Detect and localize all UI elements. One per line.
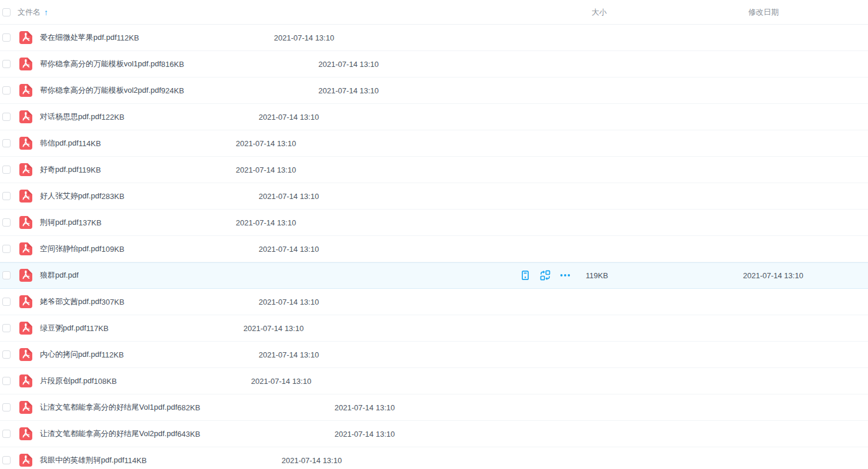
file-row[interactable]: 姥爷邵文茜pdf.pdf: [0, 289, 868, 315]
row-checkbox[interactable]: [2, 298, 11, 306]
file-name[interactable]: 狼群pdf.pdf: [40, 270, 79, 281]
pdf-file-icon: [19, 31, 32, 44]
file-name[interactable]: 好奇pdf.pdf: [40, 164, 79, 175]
file-date: 2021-07-14 13:10: [251, 377, 376, 386]
column-header-size[interactable]: 大小: [586, 7, 743, 18]
pdf-file-icon: [19, 269, 32, 282]
file-name[interactable]: 空间张静怡pdf.pdf: [40, 244, 102, 254]
file-size: 117KB: [86, 324, 244, 333]
file-name[interactable]: 荆轲pdf.pdf: [40, 217, 79, 228]
row-checkbox[interactable]: [2, 192, 11, 200]
row-checkbox[interactable]: [2, 33, 11, 42]
file-name[interactable]: 我眼中的英雄荆轲pdf.pdf: [40, 455, 124, 465]
send-to-phone-icon[interactable]: [520, 270, 531, 281]
column-header-date[interactable]: 修改日期: [743, 7, 868, 18]
row-hover-actions: [520, 270, 570, 281]
file-row[interactable]: 让渣文笔都能拿高分的好结尾Vol1pdf.pdf: [0, 394, 868, 421]
file-date: 2021-07-14 13:10: [259, 350, 384, 359]
file-date: 2021-07-14 13:10: [319, 60, 444, 69]
file-date: 2021-07-14 13:10: [335, 430, 460, 438]
file-size: 307KB: [102, 298, 259, 306]
file-size: 108KB: [94, 377, 251, 386]
pdf-file-icon: [19, 454, 32, 467]
file-name[interactable]: 片段原创pdf.pdf: [40, 376, 94, 386]
file-date: 2021-07-14 13:10: [236, 218, 361, 227]
pdf-file-icon: [19, 401, 32, 414]
file-rows: 爱在细微处苹果pdf.pdf: [0, 25, 868, 469]
file-row[interactable]: 韩信pdf.pdf: [0, 130, 868, 157]
file-size: 119KB: [586, 271, 743, 280]
sort-ascending-icon[interactable]: ↑: [44, 8, 48, 17]
file-row[interactable]: 荆轲pdf.pdf: [0, 210, 868, 236]
file-date: 2021-07-14 13:10: [259, 298, 384, 306]
row-checkbox[interactable]: [2, 60, 11, 68]
file-name[interactable]: 帮你稳拿高分的万能模板vol1pdf.pdf: [40, 59, 161, 69]
column-header-filename-wrap: 文件名 ↑: [11, 7, 586, 18]
file-size: 114KB: [124, 456, 282, 465]
file-name[interactable]: 对话杨思思pdf.pdf: [40, 112, 102, 122]
file-name[interactable]: 内心的拷问pdf.pdf: [40, 349, 102, 360]
pdf-file-icon: [19, 190, 32, 203]
file-date: 2021-07-14 13:10: [244, 324, 369, 333]
file-size: 924KB: [161, 86, 319, 95]
pdf-file-icon: [19, 427, 32, 440]
file-row[interactable]: 帮你稳拿高分的万能模板vol2pdf.pdf: [0, 77, 868, 104]
file-name[interactable]: 让渣文笔都能拿高分的好结尾Vol1pdf.pdf: [40, 402, 177, 413]
file-date: 2021-07-14 13:10: [259, 192, 384, 201]
row-checkbox[interactable]: [2, 377, 11, 385]
row-checkbox[interactable]: [2, 456, 11, 464]
pdf-file-icon: [19, 216, 32, 229]
file-row[interactable]: 爱在细微处苹果pdf.pdf: [0, 25, 868, 51]
file-date: 2021-07-14 13:10: [743, 271, 868, 280]
file-date: 2021-07-14 13:10: [236, 166, 361, 174]
row-checkbox[interactable]: [2, 166, 11, 174]
list-header: 文件名 ↑ 大小 修改日期: [0, 0, 868, 25]
file-row[interactable]: 绿豆粥pdf.pdf: [0, 315, 868, 342]
file-row[interactable]: 内心的拷问pdf.pdf: [0, 342, 868, 368]
file-row[interactable]: 让渣文笔都能拿高分的好结尾Vol2pdf.pdf: [0, 421, 868, 447]
pdf-file-icon: [19, 374, 32, 387]
row-checkbox[interactable]: [2, 113, 11, 121]
row-checkbox[interactable]: [2, 403, 11, 411]
file-date: 2021-07-14 13:10: [274, 33, 399, 42]
row-checkbox[interactable]: [2, 218, 11, 227]
row-checkbox[interactable]: [2, 350, 11, 359]
column-header-filename[interactable]: 文件名: [18, 7, 40, 18]
file-name[interactable]: 好人张艾婷pdf.pdf: [40, 191, 102, 201]
file-row[interactable]: 对话杨思思pdf.pdf: [0, 104, 868, 130]
file-name[interactable]: 爱在细微处苹果pdf.pdf: [40, 32, 117, 43]
file-list: 文件名 ↑ 大小 修改日期 爱在细微处苹果pdf.pdf: [0, 0, 868, 469]
file-size: 643KB: [177, 430, 335, 438]
organize-icon[interactable]: [540, 270, 550, 281]
file-row[interactable]: 好奇pdf.pdf: [0, 157, 868, 183]
pdf-file-icon: [19, 110, 32, 123]
file-name[interactable]: 韩信pdf.pdf: [40, 138, 79, 149]
file-name[interactable]: 绿豆粥pdf.pdf: [40, 323, 86, 333]
file-row[interactable]: 狼群pdf.pdf: [0, 262, 868, 289]
file-size: 119KB: [79, 166, 236, 174]
file-row[interactable]: 我眼中的英雄荆轲pdf.pdf: [0, 447, 868, 469]
file-date: 2021-07-14 13:10: [335, 403, 460, 412]
file-name[interactable]: 姥爷邵文茜pdf.pdf: [40, 296, 102, 307]
row-checkbox[interactable]: [2, 139, 11, 147]
row-checkbox[interactable]: [2, 430, 11, 438]
file-size: 283KB: [102, 192, 259, 201]
file-name[interactable]: 帮你稳拿高分的万能模板vol2pdf.pdf: [40, 85, 161, 96]
file-row[interactable]: 片段原创pdf.pdf: [0, 368, 868, 394]
file-date: 2021-07-14 13:10: [282, 456, 407, 465]
file-name[interactable]: 让渣文笔都能拿高分的好结尾Vol2pdf.pdf: [40, 428, 177, 439]
pdf-file-icon: [19, 295, 32, 308]
file-row[interactable]: 空间张静怡pdf.pdf: [0, 236, 868, 262]
file-row[interactable]: 帮你稳拿高分的万能模板vol1pdf.pdf: [0, 51, 868, 77]
row-checkbox[interactable]: [2, 245, 11, 253]
more-actions-icon[interactable]: [560, 270, 570, 281]
pdf-file-icon: [19, 242, 32, 255]
file-size: 114KB: [79, 139, 236, 148]
pdf-file-icon: [19, 137, 32, 150]
row-checkbox[interactable]: [2, 86, 11, 95]
row-checkbox[interactable]: [2, 271, 11, 279]
file-row[interactable]: 好人张艾婷pdf.pdf: [0, 183, 868, 210]
file-date: 2021-07-14 13:10: [259, 245, 384, 254]
select-all-checkbox[interactable]: [2, 8, 11, 16]
row-checkbox[interactable]: [2, 324, 11, 332]
